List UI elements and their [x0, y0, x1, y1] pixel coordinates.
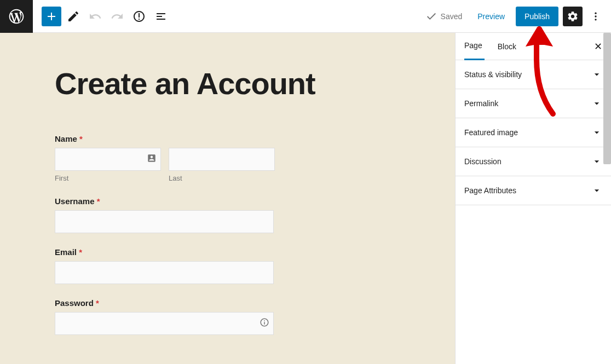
wordpress-logo[interactable] — [0, 0, 33, 33]
contact-icon — [147, 153, 157, 165]
panel-label: Page Attributes — [464, 186, 516, 195]
outline-button[interactable] — [151, 7, 171, 26]
saved-indicator: Saved — [425, 10, 463, 22]
name-label: Name * — [55, 134, 422, 143]
username-field-row: Username * — [55, 197, 422, 233]
username-label: Username * — [55, 197, 422, 206]
first-name-input[interactable] — [55, 148, 161, 171]
svg-point-1 — [595, 15, 596, 17]
panel-label: Permalink — [464, 99, 498, 108]
username-input[interactable] — [55, 210, 274, 233]
last-sublabel: Last — [169, 174, 275, 182]
email-field-row: Email * — [55, 247, 422, 284]
publish-button[interactable]: Publish — [516, 7, 558, 26]
chevron-down-icon — [591, 127, 602, 138]
toolbar-right: Saved Preview Publish — [425, 7, 611, 26]
top-toolbar: Saved Preview Publish — [0, 0, 611, 33]
tab-page[interactable]: Page — [464, 33, 485, 60]
password-field-row: Password * — [55, 298, 422, 335]
saved-label: Saved — [441, 12, 463, 21]
chevron-down-icon — [591, 98, 602, 109]
password-generate-icon[interactable] — [260, 317, 269, 330]
password-label: Password * — [55, 298, 422, 308]
tab-block[interactable]: Block — [498, 33, 518, 60]
chevron-down-icon — [591, 156, 602, 167]
email-input[interactable] — [55, 261, 274, 284]
chevron-down-icon — [591, 69, 602, 80]
editor-canvas[interactable]: Create an Account Name * First Last User… — [0, 33, 455, 364]
preview-button[interactable]: Preview — [471, 8, 511, 25]
page-title[interactable]: Create an Account — [55, 66, 422, 101]
panel-permalink[interactable]: Permalink — [456, 89, 611, 118]
panel-label: Discussion — [464, 157, 502, 166]
panel-status-visibility[interactable]: Status & visibility — [456, 60, 611, 89]
password-input[interactable] — [55, 312, 274, 335]
required-mark: * — [79, 247, 82, 257]
last-name-input[interactable] — [169, 148, 275, 171]
panel-label: Status & visibility — [464, 70, 522, 79]
panel-discussion[interactable]: Discussion — [456, 147, 611, 176]
more-menu-button[interactable] — [587, 7, 604, 26]
required-mark: * — [96, 298, 99, 308]
settings-button[interactable] — [563, 7, 583, 26]
panel-featured-image[interactable]: Featured image — [456, 118, 611, 147]
panel-label: Featured image — [464, 128, 518, 137]
tools-button[interactable] — [64, 7, 83, 26]
required-mark: * — [79, 134, 83, 143]
email-label: Email * — [55, 247, 422, 257]
svg-point-2 — [595, 19, 596, 20]
redo-button[interactable] — [107, 7, 127, 26]
sidebar-tabs: Page Block ✕ — [456, 33, 611, 60]
scrollbar[interactable] — [603, 33, 611, 164]
required-mark: * — [97, 197, 100, 206]
add-block-button[interactable] — [42, 7, 61, 26]
close-sidebar-button[interactable]: ✕ — [594, 41, 602, 53]
chevron-down-icon — [591, 185, 602, 196]
info-button[interactable] — [129, 7, 149, 26]
panel-page-attributes[interactable]: Page Attributes — [456, 176, 611, 205]
toolbar-left — [33, 7, 171, 26]
first-sublabel: First — [55, 174, 161, 182]
settings-sidebar: Page Block ✕ Status & visibility Permali… — [455, 33, 611, 364]
main-area: Create an Account Name * First Last User… — [0, 33, 611, 364]
name-field-row: Name * First Last — [55, 134, 422, 182]
svg-point-0 — [595, 12, 596, 14]
undo-button[interactable] — [85, 7, 105, 26]
